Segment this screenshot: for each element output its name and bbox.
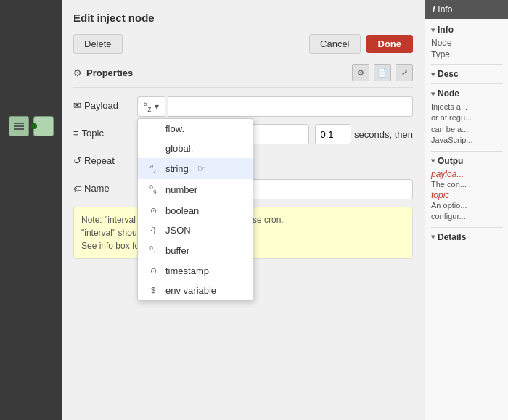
dropdown-item-env-variable[interactable]: $ env variable [138,281,253,300]
buffer-icon: 01 [147,244,160,257]
main-content: Edit inject node Delete Cancel Done ⚙ Pr… [62,0,425,420]
right-panel-header: i Info [425,0,508,19]
info-section-node[interactable]: ▾ Node [431,88,502,99]
right-panel: i Info ▾ Info Node Type ▾ Desc ▾ Node In… [425,0,508,420]
cancel-button[interactable]: Cancel [309,34,360,54]
seconds-input[interactable] [315,124,351,144]
editor-title: Edit inject node [73,12,413,24]
output-topic-label: topic [431,190,502,200]
details-title-label: Details [438,232,466,242]
dropdown-arrow: ▾ [155,102,159,112]
az-type-icon: az [144,99,152,113]
chevron-down-icon: ▾ [431,26,435,34]
topic-label: ≡ Topic [73,124,131,139]
number-icon: 09 [147,184,160,196]
desc-title-label: Desc [438,69,459,79]
env-icon: $ [147,286,160,295]
output-payload-label: payloa... [431,169,502,179]
chevron-down-icon-3: ▾ [431,90,435,98]
payload-input-row: az ▾ flow. global. az [137,96,413,117]
dropdown-item-label: flow. [165,123,184,134]
dropdown-item-flow[interactable]: flow. [138,119,253,139]
properties-title: Properties [86,67,133,78]
node-line [14,123,24,124]
string-icon: az [147,162,160,175]
info-divider-3 [431,151,502,152]
info-section-info[interactable]: ▾ Info [431,25,502,35]
output-title-label: Outpu [438,156,463,166]
name-label: 🏷 Name [73,179,131,194]
list-icon: ≡ [73,128,79,139]
done-button[interactable]: Done [366,35,414,53]
dropdown-item-label: JSON [165,225,191,236]
dropdown-item-label: string [165,163,189,174]
info-divider-2 [431,83,502,84]
output-payload-desc: The con... [431,179,502,190]
dropdown-item-label: buffer [165,245,189,256]
chevron-down-icon-4: ▾ [431,157,435,165]
node-desc-text: Injects a...or at regu...can be a...Java… [431,102,502,147]
dropdown-item-global[interactable]: global. [138,139,253,158]
info-title-label: Info [438,25,454,35]
envelope-icon: ✉ [73,100,81,111]
tag-icon: 🏷 [73,184,81,193]
seconds-label: seconds, then [354,129,413,140]
repeat-seconds: seconds, then [315,124,413,144]
node-lines [14,123,24,130]
section-icons: ⚙ 📄 ⤢ [352,64,413,81]
repeat-icon: ↺ [73,155,81,166]
cursor-icon: ☞ [197,163,206,174]
info-divider-1 [431,64,502,65]
left-panel [0,0,62,420]
payload-form-row: ✉ Payload az ▾ flow. [73,96,413,117]
node-line [14,125,24,127]
chevron-down-icon-5: ▾ [431,233,435,241]
payload-value-input[interactable] [168,96,413,117]
info-section-output[interactable]: ▾ Outpu [431,156,502,166]
dropdown-item-boolean[interactable]: ⊙ boolean [138,201,253,221]
dropdown-item-label: global. [165,143,193,154]
info-node-label: Node [431,38,502,48]
json-icon: {} [147,226,160,234]
node-line [14,128,24,130]
delete-button[interactable]: Delete [73,34,123,54]
info-divider-4 [431,227,502,228]
dropdown-item-label: boolean [165,205,199,216]
export-icon-btn[interactable]: ⤢ [396,64,413,81]
info-type-label: Type [431,49,502,59]
info-i-icon: i [433,4,435,15]
dropdown-item-number[interactable]: 09 number [138,179,253,200]
document-icon-btn[interactable]: 📄 [374,64,391,81]
dropdown-item-string[interactable]: az string ☞ [138,158,253,179]
node-box-1[interactable] [9,116,29,136]
repeat-label: ↺ Repeat [73,152,131,166]
dropdown-item-label: timestamp [165,265,209,276]
node-dot [31,123,37,129]
node-area [0,0,62,144]
editor-panel: Edit inject node Delete Cancel Done ⚙ Pr… [62,0,425,420]
node-box-2[interactable] [33,116,54,136]
settings-icon-btn[interactable]: ⚙ [352,64,369,81]
toolbar: Delete Cancel Done [73,34,413,54]
timestamp-icon: ⊙ [147,266,160,276]
dropdown-item-buffer[interactable]: 01 buffer [138,240,253,261]
payload-type-button[interactable]: az ▾ [137,96,165,117]
chevron-down-icon-2: ▾ [431,70,435,78]
boolean-icon: ⊙ [147,206,160,215]
info-header-label: Info [438,4,452,15]
dropdown-item-timestamp[interactable]: ⊙ timestamp [138,261,253,281]
payload-label: ✉ Payload [73,96,131,111]
info-section-desc[interactable]: ▾ Desc [431,69,502,79]
dropdown-item-json[interactable]: {} JSON [138,221,253,240]
payload-type-dropdown: flow. global. az string ☞ 09 number [137,118,253,301]
output-topic-desc: An optio...configur... [431,200,502,223]
dropdown-item-label: env variable [165,285,216,296]
gear-icon: ⚙ [73,67,82,78]
info-section-details[interactable]: ▾ Details [431,232,502,242]
dropdown-item-label: number [165,184,197,195]
properties-header: ⚙ Properties ⚙ 📄 ⤢ [73,64,413,88]
node-title-label: Node [438,88,459,99]
info-section: ▾ Info Node Type ▾ Desc ▾ Node Injects a… [425,19,508,251]
